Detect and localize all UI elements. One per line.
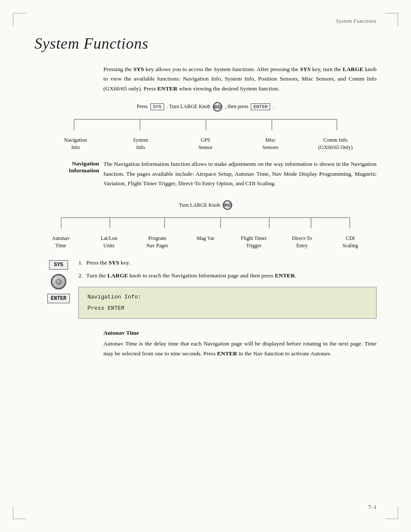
step-2: 2. Turn the LARGE knob to reach the Navi… bbox=[78, 271, 377, 280]
steps-section: SYS ENTER 1. Press the SYS key. 2. Turn … bbox=[47, 258, 377, 319]
branch-misc-sensors: Misc Sensors bbox=[238, 137, 303, 151]
knob-icon-top bbox=[213, 102, 222, 112]
top-branch-svg bbox=[34, 115, 377, 132]
branch-program-nav: Program Nav Pages bbox=[133, 235, 181, 249]
page-title: System Functions bbox=[34, 34, 377, 53]
corner-mark-tr bbox=[385, 13, 398, 26]
enter-button-display: ENTER bbox=[47, 294, 70, 303]
sys-key-label: SYS bbox=[150, 103, 164, 110]
device-knob-display bbox=[51, 274, 66, 289]
nav-info-section: Navigation Information The Navigation In… bbox=[34, 159, 377, 192]
branch-cdi-scaling: CDI Scaling bbox=[326, 235, 374, 249]
page: System Functions System Functions Pressi… bbox=[0, 0, 411, 532]
branch-flight-timer: Flight Timer Trigger bbox=[230, 235, 278, 249]
knob-icon-nav bbox=[223, 200, 232, 210]
lcd-display: Navigation Info: Press ENTER bbox=[78, 287, 377, 319]
nav-info-text: The Navigation Information function allo… bbox=[103, 159, 377, 192]
top-branch-labels: Navigation Info System Info GPS Sensor M… bbox=[34, 137, 377, 151]
nav-diagram: Turn LARGE Knob Autonav Time Lat/Lon Uni… bbox=[34, 200, 377, 249]
branch-mag-var: Mag Var bbox=[181, 235, 230, 249]
branch-nav-info: Navigation Info bbox=[43, 137, 108, 151]
autonav-section: Autonav Time Autonav Time is the delay t… bbox=[34, 330, 377, 358]
device-illustration: SYS ENTER bbox=[47, 260, 70, 319]
branch-gps-sensor: GPS Sensor bbox=[173, 137, 238, 151]
branch-lat-lon: Lat/Lon Units bbox=[85, 235, 133, 249]
corner-mark-tl bbox=[13, 13, 26, 26]
branch-system-info: System Info bbox=[108, 137, 173, 151]
page-number: 7–1 bbox=[368, 504, 377, 510]
corner-mark-br bbox=[385, 506, 398, 519]
nav-branch-labels: Autonav Time Lat/Lon Units Program Nav P… bbox=[34, 235, 377, 249]
autonav-heading: Autonav Time bbox=[103, 330, 377, 336]
device-knob-inner bbox=[56, 279, 62, 285]
corner-mark-bl bbox=[13, 506, 26, 519]
enter-key-label: ENTER bbox=[251, 103, 270, 110]
top-diagram: Press SYS . Turn LARGE Knob , then press… bbox=[34, 102, 377, 151]
nav-branch-svg bbox=[34, 213, 377, 230]
branch-comm-info: Comm Info (GX60/65 Only) bbox=[303, 137, 368, 151]
branch-direct-to: Direct-To Entry bbox=[278, 235, 326, 249]
steps-and-lcd: 1. Press the SYS key. 2. Turn the LARGE … bbox=[78, 258, 377, 319]
nav-info-label: Navigation Information bbox=[34, 159, 103, 192]
top-diagram-instruction: Press SYS . Turn LARGE Knob , then press… bbox=[34, 102, 377, 112]
sys-button-display: SYS bbox=[49, 260, 68, 270]
running-title: System Functions bbox=[336, 18, 377, 25]
step-1: 1. Press the SYS key. bbox=[78, 258, 377, 268]
lcd-line2: Press ENTER bbox=[87, 303, 367, 314]
branch-autonav-time: Autonav Time bbox=[37, 235, 85, 249]
nav-diagram-instruction: Turn LARGE Knob bbox=[34, 200, 377, 210]
intro-paragraph: Pressing the SYS key allows you to acces… bbox=[103, 65, 377, 93]
lcd-line1: Navigation Info: bbox=[87, 292, 367, 303]
autonav-text: Autonav Time is the delay time that each… bbox=[103, 339, 377, 358]
